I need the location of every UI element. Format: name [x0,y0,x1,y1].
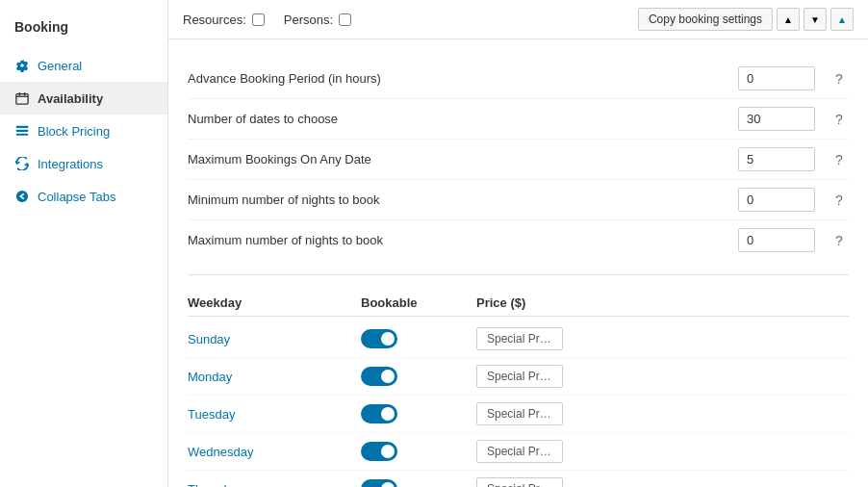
weekday-price-col-1: Special Price [476,365,849,388]
toggle-3[interactable] [361,442,397,461]
form-input-0[interactable] [738,66,815,90]
weekday-row: Monday Special Price [188,358,849,396]
sidebar-item-collapse-tabs[interactable]: Collapse Tabs [0,180,167,213]
special-price-btn-0[interactable]: Special Price [476,327,563,350]
sidebar-availability-label: Availability [38,91,103,106]
help-icon-4[interactable]: ? [830,231,849,250]
copy-booking-settings-button[interactable]: Copy booking settings [638,8,773,31]
special-price-btn-2[interactable]: Special Price [476,402,563,425]
section-divider [188,274,849,275]
sidebar-item-general[interactable]: General [0,49,167,82]
toggle-1[interactable] [361,367,397,386]
top-bar-right: Copy booking settings ▲ ▼ ▲ [638,8,854,31]
form-row: Maximum Bookings On Any Date ? [188,140,849,180]
weekday-name-0[interactable]: Sunday [188,332,361,346]
toggle-slider-1 [361,367,397,386]
form-input-3[interactable] [738,188,815,212]
svg-rect-4 [16,126,28,128]
form-row: Advance Booking Period (in hours) ? [188,59,849,99]
form-row: Maximum number of nights to book ? [188,220,849,260]
svg-rect-3 [24,92,26,96]
calendar-icon [14,90,30,106]
form-label-3: Minimum number of nights to book [188,192,738,207]
form-row: Minimum number of nights to book ? [188,180,849,220]
top-bar: Resources: Persons: Copy booking setting… [168,0,868,39]
resources-label[interactable]: Resources: [183,13,265,27]
toggle-slider-4 [361,479,397,487]
toggle-0[interactable] [361,329,397,348]
resources-checkbox[interactable] [252,13,265,26]
svg-rect-5 [16,130,28,132]
arrow-up-button[interactable]: ▲ [777,8,800,31]
svg-point-7 [16,191,28,202]
weekday-name-1[interactable]: Monday [188,370,361,384]
sidebar-item-block-pricing[interactable]: Block Pricing [0,115,167,147]
svg-rect-0 [16,94,28,105]
weekday-toggle-col-3 [361,442,476,461]
weekday-toggle-col-2 [361,404,476,423]
weekday-name-2[interactable]: Tuesday [188,407,361,422]
sidebar: Booking General Availability Block Prici… [0,0,168,487]
form-label-1: Number of dates to choose [188,112,738,126]
content-area: Advance Booking Period (in hours) ? Numb… [168,39,868,487]
weekday-name-4[interactable]: Thursday [188,482,361,488]
toggle-4[interactable] [361,479,397,487]
svg-rect-2 [19,92,21,96]
sidebar-block-pricing-label: Block Pricing [38,124,110,139]
persons-checkbox[interactable] [339,13,351,26]
arrow-collapse-button[interactable]: ▲ [830,8,854,31]
form-label-0: Advance Booking Period (in hours) [188,71,738,86]
weekday-header: Weekday Bookable Price ($) [188,290,849,317]
weekday-price-col-0: Special Price [476,327,849,350]
persons-label[interactable]: Persons: [284,13,351,27]
help-icon-1[interactable]: ? [830,110,849,129]
weekday-table: Weekday Bookable Price ($) Sunday Specia… [188,290,849,487]
sidebar-title: Booking [0,10,167,49]
toggle-2[interactable] [361,404,397,423]
special-price-btn-1[interactable]: Special Price [476,365,563,388]
weekday-toggle-col-0 [361,329,476,348]
form-row: Number of dates to choose ? [188,99,849,140]
sidebar-integrations-label: Integrations [38,157,103,171]
form-input-1[interactable] [738,107,815,131]
arrow-left-icon [14,189,30,204]
weekday-rows: Sunday Special Price Monday Special Pric… [188,320,849,487]
arrow-down-button[interactable]: ▼ [804,8,827,31]
toggle-slider-0 [361,329,397,348]
help-icon-3[interactable]: ? [830,191,849,210]
main-content: Resources: Persons: Copy booking setting… [168,0,868,487]
weekday-name-3[interactable]: Wednesday [188,445,361,459]
toggle-slider-2 [361,404,397,423]
form-input-2[interactable] [738,147,815,171]
form-label-2: Maximum Bookings On Any Date [188,152,738,167]
weekday-row: Tuesday Special Price [188,396,849,433]
weekday-row: Thursday Special Price [188,471,849,487]
weekday-row: Wednesday Special Price [188,433,849,471]
gear-icon [14,58,30,73]
weekday-toggle-col-1 [361,367,476,386]
list-icon [14,123,30,139]
refresh-icon [14,156,30,171]
weekday-price-col-3: Special Price [476,440,849,463]
help-icon-0[interactable]: ? [830,69,849,89]
header-bookable: Bookable [361,295,476,310]
svg-rect-6 [16,134,28,136]
sidebar-item-integrations[interactable]: Integrations [0,147,167,180]
header-day: Weekday [188,295,361,310]
form-label-4: Maximum number of nights to book [188,233,738,247]
help-icon-2[interactable]: ? [830,150,849,169]
form-input-4[interactable] [738,228,815,252]
weekday-toggle-col-4 [361,479,476,487]
sidebar-item-availability[interactable]: Availability [0,82,167,115]
header-price: Price ($) [476,295,849,310]
booking-form: Advance Booking Period (in hours) ? Numb… [188,59,849,260]
sidebar-collapse-tabs-label: Collapse Tabs [38,190,115,204]
special-price-btn-4[interactable]: Special Price [476,477,563,487]
toggle-slider-3 [361,442,397,461]
weekday-row: Sunday Special Price [188,320,849,358]
weekday-price-col-2: Special Price [476,402,849,425]
weekday-price-col-4: Special Price [476,477,849,487]
sidebar-general-label: General [38,59,82,73]
special-price-btn-3[interactable]: Special Price [476,440,563,463]
